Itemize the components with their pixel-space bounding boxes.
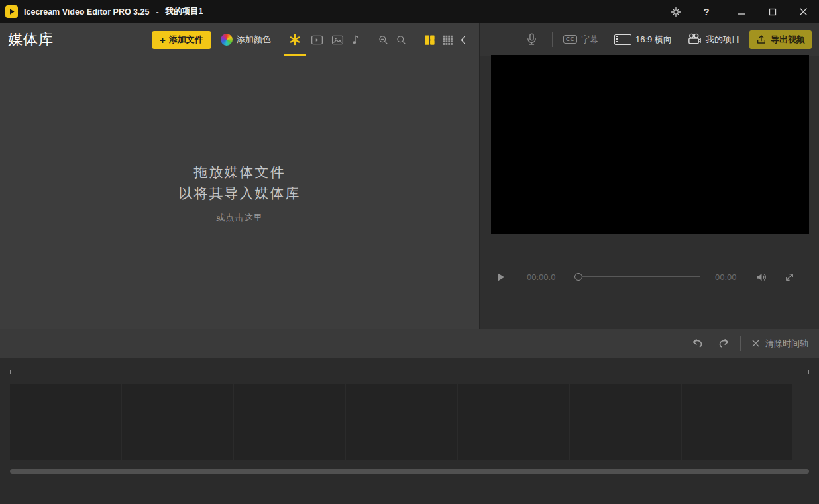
drop-zone-hint: 或点击这里 <box>217 212 263 224</box>
projector-icon <box>686 32 702 47</box>
app-logo-icon <box>5 5 18 18</box>
help-button[interactable]: ? <box>695 0 718 23</box>
titlebar: Icecream Video Editor PRO 3.25 - 我的项目1 ? <box>0 0 819 23</box>
add-files-label: 添加文件 <box>169 34 203 46</box>
timeline-segment[interactable] <box>346 384 457 460</box>
filter-all-star-icon[interactable] <box>288 23 301 56</box>
titlebar-separator: - <box>156 7 158 17</box>
collapse-panel-chevron-left-icon[interactable] <box>459 35 468 45</box>
timeline-track <box>10 384 809 460</box>
view-grid-large-icon[interactable] <box>423 23 436 56</box>
timeline-toolbar: 清除时间轴 <box>0 329 819 358</box>
color-wheel-icon <box>221 34 233 46</box>
add-color-label: 添加颜色 <box>237 34 271 46</box>
media-drop-zone[interactable]: 拖放媒体文件 以将其导入媒体库 或点击这里 <box>0 56 479 329</box>
aspect-ratio-button[interactable]: 16:9 横向 <box>614 34 672 46</box>
media-library-pane: 媒体库 + 添加文件 添加颜色 <box>0 23 479 329</box>
toolbar-divider <box>740 336 741 351</box>
media-library-title: 媒体库 <box>8 30 54 50</box>
close-button[interactable] <box>788 0 819 23</box>
settings-gear-icon[interactable] <box>665 0 687 23</box>
zoom-icon[interactable] <box>377 23 390 56</box>
timeline-area <box>0 358 819 504</box>
app-window: Icecream Video Editor PRO 3.25 - 我的项目1 ? <box>0 0 819 504</box>
total-time: 00:00 <box>715 272 739 282</box>
project-name: 我的项目1 <box>166 6 203 17</box>
main-area: 媒体库 + 添加文件 添加颜色 <box>0 23 819 329</box>
timeline-scrollbar[interactable] <box>10 469 809 474</box>
toolbar-divider <box>370 32 370 47</box>
drop-zone-title-line1: 拖放媒体文件 <box>194 162 286 183</box>
my-projects-button[interactable]: 我的项目 <box>686 32 740 47</box>
undo-icon[interactable] <box>688 335 706 352</box>
media-library-toolbar: 媒体库 + 添加文件 添加颜色 <box>0 23 479 56</box>
preview-toolbar: CC 字幕 16:9 横向 我的项目 导出视频 <box>480 23 819 56</box>
timeline-ruler[interactable] <box>10 370 809 374</box>
add-color-button[interactable]: 添加颜色 <box>221 34 271 46</box>
redo-icon[interactable] <box>715 335 732 352</box>
filter-image-icon[interactable] <box>331 23 345 56</box>
widescreen-icon <box>614 34 631 45</box>
timeline-segment[interactable] <box>570 384 681 460</box>
volume-icon[interactable] <box>755 270 769 284</box>
clear-timeline-label: 清除时间轴 <box>765 338 808 350</box>
filter-video-icon[interactable] <box>310 23 324 56</box>
microphone-icon[interactable] <box>525 32 539 46</box>
add-files-button[interactable]: + 添加文件 <box>152 31 211 49</box>
play-button[interactable] <box>494 271 507 283</box>
fullscreen-icon[interactable] <box>783 271 796 283</box>
subtitles-button[interactable]: CC 字幕 <box>563 34 598 46</box>
timeline-segment[interactable] <box>682 384 792 460</box>
app-title: Icecream Video Editor PRO 3.25 <box>24 7 149 17</box>
timeline-segment[interactable] <box>122 384 233 460</box>
plus-icon: + <box>160 34 166 46</box>
export-upload-icon <box>756 34 767 45</box>
aspect-ratio-label: 16:9 横向 <box>635 34 672 46</box>
titlebar-controls: ? <box>665 0 819 23</box>
clear-x-icon <box>750 338 761 349</box>
timeline-segment[interactable] <box>10 384 121 460</box>
view-grid-small-icon[interactable] <box>442 23 453 56</box>
search-icon[interactable] <box>395 23 408 56</box>
player-controls: 00:00.0 00:00 <box>480 266 819 288</box>
seek-slider-handle[interactable] <box>574 273 582 281</box>
export-video-button[interactable]: 导出视频 <box>749 30 812 49</box>
timeline-segment[interactable] <box>458 384 569 460</box>
preview-pane: CC 字幕 16:9 横向 我的项目 导出视频 <box>479 23 819 329</box>
minimize-button[interactable] <box>726 0 757 23</box>
maximize-button[interactable] <box>757 0 788 23</box>
drop-zone-title-line2: 以将其导入媒体库 <box>179 183 301 204</box>
clear-timeline-button[interactable]: 清除时间轴 <box>750 338 808 350</box>
current-time: 00:00.0 <box>527 272 559 282</box>
export-video-label: 导出视频 <box>771 34 805 46</box>
timeline-segment[interactable] <box>234 384 345 460</box>
toolbar-divider <box>552 32 553 47</box>
cc-icon: CC <box>563 35 577 44</box>
subtitles-label: 字幕 <box>581 34 598 46</box>
video-preview-screen <box>491 55 809 234</box>
filter-music-icon[interactable] <box>350 23 362 56</box>
my-projects-label: 我的项目 <box>706 34 740 46</box>
seek-slider[interactable] <box>576 276 700 277</box>
